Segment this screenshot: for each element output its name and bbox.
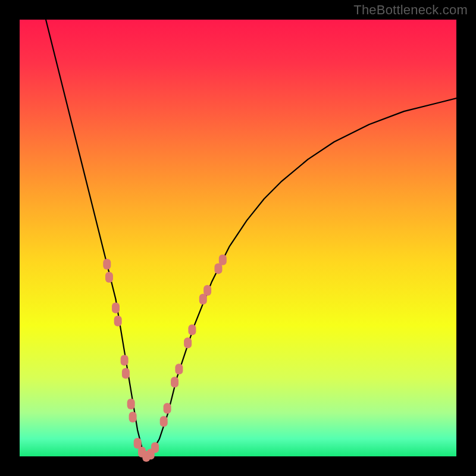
bottleneck-curve (46, 20, 456, 456)
curve-marker (171, 377, 178, 387)
curve-marker (127, 399, 135, 409)
curve-marker (151, 442, 159, 453)
curve-marker (122, 368, 130, 379)
curve-marker (219, 255, 227, 265)
watermark-text: TheBottleneck.com (353, 4, 468, 17)
curve-marker (129, 412, 137, 422)
curve-marker (121, 355, 129, 366)
curve-marker (175, 364, 183, 374)
chart-svg (20, 20, 456, 456)
curve-marker (114, 315, 122, 326)
curve-marker (103, 259, 111, 270)
curve-markers (103, 255, 227, 462)
curve-marker (164, 403, 171, 414)
curve-marker (160, 416, 168, 427)
curve-marker (105, 272, 113, 283)
curve-marker (188, 324, 196, 335)
curve-marker (184, 337, 192, 348)
curve-marker (203, 285, 211, 296)
chart-frame: TheBottleneck.com (0, 0, 476, 476)
curve-marker (112, 302, 120, 313)
